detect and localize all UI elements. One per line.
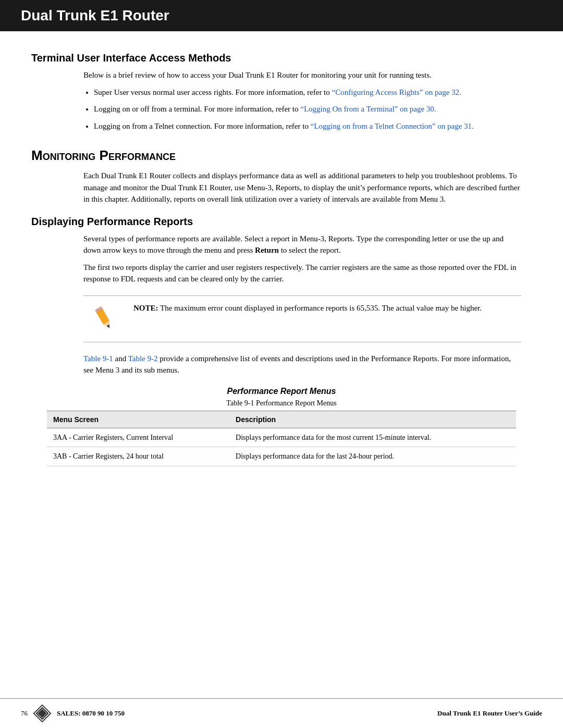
description-cell-2: Displays performance data for the last 2… bbox=[229, 447, 516, 466]
list-item: Logging on from a Telnet connection. For… bbox=[94, 120, 500, 132]
table-header-row: Menu Screen Description bbox=[47, 411, 516, 428]
menu-screen-cell-1: 3AA - Carrier Registers, Current Interva… bbox=[47, 428, 229, 447]
list-item: Logging on or off from a terminal. For m… bbox=[94, 103, 500, 115]
table-row: 3AA - Carrier Registers, Current Interva… bbox=[47, 428, 516, 447]
col-header-menu-screen: Menu Screen bbox=[47, 411, 229, 428]
note-box: NOTE: The maximum error count displayed … bbox=[83, 295, 521, 342]
link-telnet[interactable]: “Logging on from a Telnet Connection” on… bbox=[311, 122, 474, 130]
page-footer: 76 SALES: 0870 90 10 750 Dual Trunk E1 R… bbox=[0, 698, 563, 728]
link-access-rights[interactable]: “Configuring Access Rights” on page 32. bbox=[332, 88, 461, 96]
displaying-para2: The first two reports display the carrie… bbox=[83, 262, 521, 285]
perf-report-menus-section: Performance Report Menus Table 9-1 Perfo… bbox=[31, 387, 532, 466]
page: Dual Trunk E1 Router Terminal User Inter… bbox=[0, 0, 563, 728]
description-cell-1: Displays performance data for the most c… bbox=[229, 428, 516, 447]
list-item: Super User versus normal user access rig… bbox=[94, 87, 500, 98]
page-header: Dual Trunk E1 Router bbox=[0, 0, 563, 31]
displaying-heading: Displaying Performance Reports bbox=[31, 216, 532, 228]
bullet-text-1-before: Super User versus normal user access rig… bbox=[94, 88, 332, 96]
terminal-heading: Terminal User Interface Access Methods bbox=[31, 52, 532, 64]
company-logo bbox=[33, 704, 52, 723]
bullet-text-3-before: Logging on from a Telnet connection. For… bbox=[94, 122, 311, 130]
menu-screen-cell-2: 3AB - Carrier Registers, 24 hour total bbox=[47, 447, 229, 466]
table-caption: Table 9-1 Performance Report Menus bbox=[31, 399, 532, 408]
terminal-bullets: Super User versus normal user access rig… bbox=[94, 87, 500, 132]
content-area: Terminal User Interface Access Methods B… bbox=[0, 31, 563, 698]
link-table9-2[interactable]: Table 9-2 bbox=[128, 354, 158, 363]
page-title: Dual Trunk E1 Router bbox=[21, 7, 169, 23]
footer-left: 76 SALES: 0870 90 10 750 bbox=[21, 704, 125, 723]
link-table9-1[interactable]: Table 9-1 bbox=[83, 354, 113, 363]
note-body: The maximum error count displayed in per… bbox=[160, 304, 482, 312]
page-number: 76 bbox=[21, 709, 28, 718]
monitoring-heading: Monitoring Performance bbox=[31, 147, 532, 164]
col-header-description: Description bbox=[229, 411, 516, 428]
displaying-para1: Several types of performance reports are… bbox=[83, 233, 521, 256]
monitoring-body: Each Dual Trunk E1 Router collects and d… bbox=[83, 170, 521, 205]
footer-sales-label: SALES: 0870 90 10 750 bbox=[57, 709, 125, 718]
terminal-intro: Below is a brief review of how to access… bbox=[83, 69, 500, 81]
bullet-text-2-before: Logging on or off from a terminal. For m… bbox=[94, 105, 300, 113]
table-row: 3AB - Carrier Registers, 24 hour total D… bbox=[47, 447, 516, 466]
pencil-icon bbox=[89, 302, 120, 334]
terminal-section: Terminal User Interface Access Methods B… bbox=[31, 52, 532, 132]
displaying-reports-section: Displaying Performance Reports Several t… bbox=[31, 216, 532, 285]
perf-report-table: Menu Screen Description 3AA - Carrier Re… bbox=[47, 411, 516, 466]
return-bold: Return bbox=[255, 246, 279, 254]
footer-guide-title: Dual Trunk E1 Router User’s Guide bbox=[437, 709, 542, 717]
note-bold: NOTE: bbox=[133, 304, 158, 312]
monitoring-section: Monitoring Performance Each Dual Trunk E… bbox=[31, 147, 532, 466]
ref-and: and bbox=[115, 354, 128, 363]
perf-menus-heading: Performance Report Menus bbox=[31, 387, 532, 396]
link-logging-on[interactable]: “Logging On from a Terminal” on page 30. bbox=[300, 105, 436, 113]
ref-line: Table 9-1 and Table 9-2 provide a compre… bbox=[83, 353, 521, 376]
note-icon-container bbox=[89, 302, 125, 336]
note-content: NOTE: The maximum error count displayed … bbox=[133, 302, 482, 314]
footer-right: Dual Trunk E1 Router User’s Guide bbox=[437, 709, 542, 718]
